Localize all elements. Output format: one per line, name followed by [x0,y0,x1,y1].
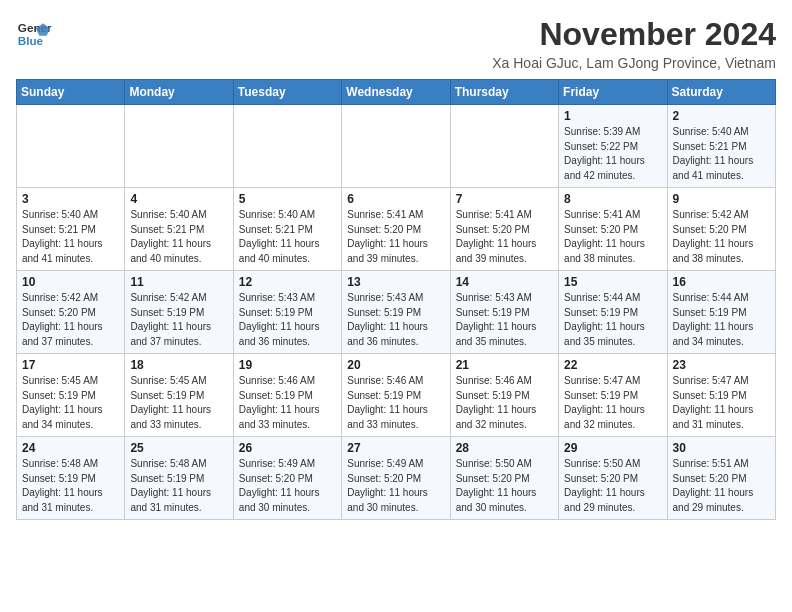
day-cell: 2Sunrise: 5:40 AM Sunset: 5:21 PM Daylig… [667,105,775,188]
day-info: Sunrise: 5:41 AM Sunset: 5:20 PM Dayligh… [564,208,661,266]
day-number: 28 [456,441,553,455]
day-cell [125,105,233,188]
day-cell: 3Sunrise: 5:40 AM Sunset: 5:21 PM Daylig… [17,188,125,271]
day-info: Sunrise: 5:40 AM Sunset: 5:21 PM Dayligh… [130,208,227,266]
day-info: Sunrise: 5:43 AM Sunset: 5:19 PM Dayligh… [347,291,444,349]
day-info: Sunrise: 5:44 AM Sunset: 5:19 PM Dayligh… [564,291,661,349]
day-cell: 1Sunrise: 5:39 AM Sunset: 5:22 PM Daylig… [559,105,667,188]
day-info: Sunrise: 5:40 AM Sunset: 5:21 PM Dayligh… [239,208,336,266]
day-cell: 28Sunrise: 5:50 AM Sunset: 5:20 PM Dayli… [450,437,558,520]
week-row-3: 10Sunrise: 5:42 AM Sunset: 5:20 PM Dayli… [17,271,776,354]
day-cell: 23Sunrise: 5:47 AM Sunset: 5:19 PM Dayli… [667,354,775,437]
day-cell: 5Sunrise: 5:40 AM Sunset: 5:21 PM Daylig… [233,188,341,271]
day-cell: 24Sunrise: 5:48 AM Sunset: 5:19 PM Dayli… [17,437,125,520]
day-cell: 20Sunrise: 5:46 AM Sunset: 5:19 PM Dayli… [342,354,450,437]
day-info: Sunrise: 5:46 AM Sunset: 5:19 PM Dayligh… [239,374,336,432]
day-cell [450,105,558,188]
day-number: 6 [347,192,444,206]
day-cell: 6Sunrise: 5:41 AM Sunset: 5:20 PM Daylig… [342,188,450,271]
day-number: 11 [130,275,227,289]
day-cell: 15Sunrise: 5:44 AM Sunset: 5:19 PM Dayli… [559,271,667,354]
day-info: Sunrise: 5:42 AM Sunset: 5:20 PM Dayligh… [673,208,770,266]
calendar-header-row: SundayMondayTuesdayWednesdayThursdayFrid… [17,80,776,105]
day-cell: 11Sunrise: 5:42 AM Sunset: 5:19 PM Dayli… [125,271,233,354]
day-info: Sunrise: 5:41 AM Sunset: 5:20 PM Dayligh… [347,208,444,266]
day-number: 3 [22,192,119,206]
col-header-monday: Monday [125,80,233,105]
day-cell: 25Sunrise: 5:48 AM Sunset: 5:19 PM Dayli… [125,437,233,520]
day-info: Sunrise: 5:45 AM Sunset: 5:19 PM Dayligh… [22,374,119,432]
day-number: 2 [673,109,770,123]
week-row-5: 24Sunrise: 5:48 AM Sunset: 5:19 PM Dayli… [17,437,776,520]
col-header-tuesday: Tuesday [233,80,341,105]
day-cell: 22Sunrise: 5:47 AM Sunset: 5:19 PM Dayli… [559,354,667,437]
logo-icon: General Blue [16,16,52,52]
day-number: 16 [673,275,770,289]
day-number: 22 [564,358,661,372]
day-cell: 27Sunrise: 5:49 AM Sunset: 5:20 PM Dayli… [342,437,450,520]
day-info: Sunrise: 5:41 AM Sunset: 5:20 PM Dayligh… [456,208,553,266]
day-info: Sunrise: 5:49 AM Sunset: 5:20 PM Dayligh… [239,457,336,515]
day-cell: 18Sunrise: 5:45 AM Sunset: 5:19 PM Dayli… [125,354,233,437]
day-info: Sunrise: 5:48 AM Sunset: 5:19 PM Dayligh… [130,457,227,515]
day-info: Sunrise: 5:45 AM Sunset: 5:19 PM Dayligh… [130,374,227,432]
day-cell [342,105,450,188]
day-info: Sunrise: 5:47 AM Sunset: 5:19 PM Dayligh… [564,374,661,432]
day-number: 15 [564,275,661,289]
day-number: 7 [456,192,553,206]
day-cell [17,105,125,188]
day-number: 29 [564,441,661,455]
col-header-friday: Friday [559,80,667,105]
day-cell: 19Sunrise: 5:46 AM Sunset: 5:19 PM Dayli… [233,354,341,437]
day-cell: 7Sunrise: 5:41 AM Sunset: 5:20 PM Daylig… [450,188,558,271]
day-info: Sunrise: 5:50 AM Sunset: 5:20 PM Dayligh… [564,457,661,515]
day-number: 27 [347,441,444,455]
day-number: 4 [130,192,227,206]
day-number: 12 [239,275,336,289]
day-info: Sunrise: 5:50 AM Sunset: 5:20 PM Dayligh… [456,457,553,515]
day-info: Sunrise: 5:39 AM Sunset: 5:22 PM Dayligh… [564,125,661,183]
day-info: Sunrise: 5:46 AM Sunset: 5:19 PM Dayligh… [456,374,553,432]
day-number: 17 [22,358,119,372]
week-row-4: 17Sunrise: 5:45 AM Sunset: 5:19 PM Dayli… [17,354,776,437]
day-cell: 14Sunrise: 5:43 AM Sunset: 5:19 PM Dayli… [450,271,558,354]
col-header-wednesday: Wednesday [342,80,450,105]
day-cell: 16Sunrise: 5:44 AM Sunset: 5:19 PM Dayli… [667,271,775,354]
day-info: Sunrise: 5:42 AM Sunset: 5:20 PM Dayligh… [22,291,119,349]
logo: General Blue [16,16,52,52]
day-cell: 26Sunrise: 5:49 AM Sunset: 5:20 PM Dayli… [233,437,341,520]
col-header-thursday: Thursday [450,80,558,105]
day-cell: 12Sunrise: 5:43 AM Sunset: 5:19 PM Dayli… [233,271,341,354]
day-number: 19 [239,358,336,372]
day-info: Sunrise: 5:40 AM Sunset: 5:21 PM Dayligh… [673,125,770,183]
day-info: Sunrise: 5:49 AM Sunset: 5:20 PM Dayligh… [347,457,444,515]
day-info: Sunrise: 5:48 AM Sunset: 5:19 PM Dayligh… [22,457,119,515]
day-cell: 10Sunrise: 5:42 AM Sunset: 5:20 PM Dayli… [17,271,125,354]
day-number: 13 [347,275,444,289]
page-header: General Blue November 2024 Xa Hoai GJuc,… [16,16,776,71]
day-number: 30 [673,441,770,455]
day-info: Sunrise: 5:43 AM Sunset: 5:19 PM Dayligh… [239,291,336,349]
day-info: Sunrise: 5:46 AM Sunset: 5:19 PM Dayligh… [347,374,444,432]
day-cell: 17Sunrise: 5:45 AM Sunset: 5:19 PM Dayli… [17,354,125,437]
day-number: 1 [564,109,661,123]
day-number: 24 [22,441,119,455]
location-subtitle: Xa Hoai GJuc, Lam GJong Province, Vietna… [492,55,776,71]
week-row-1: 1Sunrise: 5:39 AM Sunset: 5:22 PM Daylig… [17,105,776,188]
day-info: Sunrise: 5:40 AM Sunset: 5:21 PM Dayligh… [22,208,119,266]
day-cell: 4Sunrise: 5:40 AM Sunset: 5:21 PM Daylig… [125,188,233,271]
title-block: November 2024 Xa Hoai GJuc, Lam GJong Pr… [492,16,776,71]
day-cell [233,105,341,188]
day-number: 25 [130,441,227,455]
day-info: Sunrise: 5:44 AM Sunset: 5:19 PM Dayligh… [673,291,770,349]
day-number: 20 [347,358,444,372]
day-number: 5 [239,192,336,206]
week-row-2: 3Sunrise: 5:40 AM Sunset: 5:21 PM Daylig… [17,188,776,271]
day-number: 9 [673,192,770,206]
day-number: 21 [456,358,553,372]
day-cell: 8Sunrise: 5:41 AM Sunset: 5:20 PM Daylig… [559,188,667,271]
day-cell: 29Sunrise: 5:50 AM Sunset: 5:20 PM Dayli… [559,437,667,520]
day-cell: 9Sunrise: 5:42 AM Sunset: 5:20 PM Daylig… [667,188,775,271]
day-number: 18 [130,358,227,372]
day-info: Sunrise: 5:51 AM Sunset: 5:20 PM Dayligh… [673,457,770,515]
